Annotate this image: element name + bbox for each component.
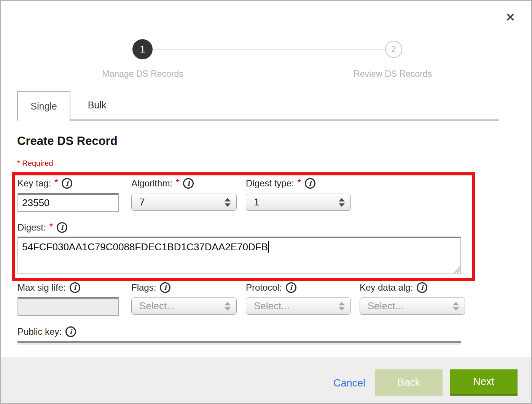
public-key-label-text: Public key: <box>18 326 62 337</box>
select-arrows-icon <box>339 302 345 310</box>
key-data-alg-label: Key data alg: <box>360 282 427 293</box>
create-ds-record-dialog: ✕ 1 2 Manage DS Records Review DS Record… <box>0 0 532 404</box>
algorithm-label: Algorithm: * <box>131 178 194 189</box>
key-data-alg-label-text: Key data alg: <box>360 282 413 293</box>
info-icon[interactable] <box>183 178 194 189</box>
key-tag-label: Key tag: * <box>18 178 72 189</box>
tab-bar-divider <box>17 119 499 121</box>
flags-label-text: Flags: <box>131 282 156 293</box>
algorithm-selected-value: 7 <box>139 196 145 208</box>
key-data-alg-select[interactable]: Select... <box>360 297 465 315</box>
cancel-button[interactable]: Cancel <box>333 377 365 389</box>
flags-label: Flags: <box>131 282 170 293</box>
select-arrows-icon <box>225 302 231 310</box>
digest-type-label: Digest type: * <box>246 178 315 189</box>
required-note: * Required <box>17 159 53 168</box>
step-2-label: Review DS Records <box>354 69 432 79</box>
protocol-select[interactable]: Select... <box>246 297 351 315</box>
tab-bulk[interactable]: Bulk <box>70 91 124 119</box>
info-icon[interactable] <box>286 282 296 293</box>
info-icon[interactable] <box>62 178 72 189</box>
select-arrows-icon <box>225 198 231 207</box>
digest-textarea[interactable]: 54FCF030AA1C79C0088FDEC1BD1C37DAA2E70DFB <box>18 237 461 274</box>
protocol-selected-value: Select... <box>254 300 290 312</box>
step-1-label: Manage DS Records <box>102 69 183 79</box>
page-title: Create DS Record <box>17 134 118 148</box>
step-1-indicator: 1 <box>132 39 153 59</box>
flags-selected-value: Select... <box>139 300 175 312</box>
digest-label-text: Digest: <box>18 222 46 233</box>
key-tag-label-text: Key tag: <box>18 178 51 189</box>
select-arrows-icon <box>453 302 459 310</box>
info-icon[interactable] <box>417 282 427 293</box>
max-sig-life-label-text: Max sig life: <box>18 282 66 293</box>
algorithm-label-text: Algorithm: <box>131 178 172 189</box>
protocol-label: Protocol: <box>246 282 296 293</box>
digest-type-select[interactable]: 1 <box>246 194 351 211</box>
text-caret <box>268 241 269 253</box>
stepper-connector-line <box>153 49 385 49</box>
step-2-indicator: 2 <box>385 41 402 58</box>
required-asterisk: * <box>176 177 179 188</box>
info-icon[interactable] <box>305 178 315 189</box>
max-sig-life-label: Max sig life: <box>18 282 80 293</box>
protocol-label-text: Protocol: <box>246 282 282 293</box>
digest-label: Digest: * <box>18 222 67 233</box>
digest-type-label-text: Digest type: <box>246 178 294 189</box>
public-key-textarea[interactable] <box>18 341 461 345</box>
next-button[interactable]: Next <box>450 369 518 396</box>
key-tag-input[interactable] <box>18 193 119 212</box>
required-asterisk: * <box>298 177 301 188</box>
info-icon[interactable] <box>65 326 76 337</box>
info-icon[interactable] <box>160 282 170 293</box>
required-asterisk: * <box>54 177 58 188</box>
required-asterisk: * <box>49 221 53 232</box>
back-button[interactable]: Back <box>375 369 443 396</box>
algorithm-select[interactable]: 7 <box>131 194 237 211</box>
flags-select[interactable]: Select... <box>131 297 237 315</box>
info-icon[interactable] <box>70 282 80 293</box>
public-key-label: Public key: <box>18 326 76 337</box>
tab-single[interactable]: Single <box>17 91 70 121</box>
close-icon[interactable]: ✕ <box>502 8 519 26</box>
max-sig-life-input[interactable] <box>18 297 119 316</box>
key-data-alg-selected-value: Select... <box>368 300 403 312</box>
resize-handle[interactable] <box>453 266 460 273</box>
digest-value: 54FCF030AA1C79C0088FDEC1BD1C37DAA2E70DFB <box>22 241 268 253</box>
digest-type-selected-value: 1 <box>254 196 259 208</box>
select-arrows-icon <box>339 198 345 207</box>
info-icon[interactable] <box>57 222 67 233</box>
